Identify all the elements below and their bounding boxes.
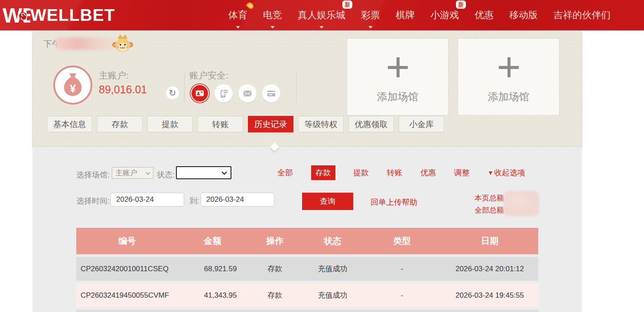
table-header-cell: 编号 bbox=[76, 235, 178, 247]
status-select[interactable] bbox=[176, 166, 231, 179]
time-select-label: 选择时间: bbox=[76, 196, 110, 206]
cell-type: - bbox=[363, 291, 441, 300]
refresh-balance-button[interactable]: ↻ bbox=[166, 86, 179, 99]
bank-card-icon[interactable] bbox=[262, 84, 280, 102]
history-table: 编号 金额 操作 状态 类型 日期 CP26032420010011CSEQ bbox=[76, 228, 538, 312]
cell-date: 2026-03-24 20:01:12 bbox=[441, 265, 538, 273]
chevron-down-icon bbox=[146, 172, 150, 175]
table-header-cell: 日期 bbox=[441, 235, 538, 247]
cell-transaction-id: CP26032419450055CVMF bbox=[76, 291, 178, 300]
account-security-label: 账户安全: bbox=[189, 69, 228, 82]
nav-menu-label: 吉祥的伙伴们 bbox=[553, 10, 611, 20]
top-nav-bar: WB WELLBET 体育 电竞 bbox=[0, 0, 644, 30]
money-bag-icon: ¥ bbox=[60, 72, 85, 99]
nav-menu-item[interactable]: 棋牌 bbox=[396, 9, 415, 22]
table-row: CP26032419450055CVMF 41,343.95 存款 充值成功 -… bbox=[76, 283, 538, 307]
redacted-username bbox=[55, 37, 118, 50]
chevron-down-icon bbox=[368, 26, 373, 29]
table-header-cell: 类型 bbox=[363, 235, 441, 247]
account-tab[interactable]: 提款 bbox=[147, 116, 193, 132]
table-header-row: 编号 金额 操作 状态 类型 日期 bbox=[76, 228, 538, 254]
cell-date: 2026-03-24 19:45:55 bbox=[441, 291, 538, 300]
nav-menu-label: 棋牌 bbox=[396, 10, 415, 20]
wb-logo-icon: WB bbox=[3, 3, 30, 27]
monkey-avatar bbox=[112, 33, 133, 53]
account-tab[interactable]: 存款 bbox=[97, 116, 143, 132]
add-venue-card[interactable]: 添加场馆 bbox=[458, 38, 559, 115]
account-tab[interactable]: 小金库 bbox=[399, 116, 444, 132]
date-to-input[interactable] bbox=[201, 193, 274, 207]
transaction-type-filters: 全部 存款 提款 转账 优惠 调整 ▼ 收起选项 bbox=[277, 166, 525, 180]
logo-text: WELLBET bbox=[30, 3, 115, 27]
security-icons-row: SMS bbox=[191, 84, 280, 102]
vertical-divider bbox=[184, 72, 185, 103]
venue-select[interactable]: 主账户 bbox=[112, 167, 153, 179]
chevron-down-icon bbox=[270, 26, 275, 29]
plus-icon bbox=[499, 57, 519, 77]
nav-menu-item[interactable]: 电竞 bbox=[263, 9, 282, 22]
type-filter-link[interactable]: 转账 bbox=[387, 167, 403, 178]
history-section: 选择场馆: 主账户 状态: 全部 存款 提款 转账 优惠 bbox=[33, 147, 582, 312]
wellbet-account-page: WB WELLBET 体育 电竞 bbox=[0, 0, 644, 312]
cell-type: - bbox=[363, 265, 441, 273]
id-card-icon[interactable] bbox=[191, 84, 209, 102]
cell-transaction-id: CP26032420010011CSEQ bbox=[76, 265, 178, 273]
collapse-options-link[interactable]: ▼ 收起选项 bbox=[488, 167, 525, 178]
nav-menu-label: 移动版 bbox=[509, 10, 538, 20]
all-total-label: 全部总额: bbox=[475, 205, 506, 215]
account-tab[interactable]: 基本信息 bbox=[47, 116, 92, 132]
date-from-input[interactable] bbox=[111, 193, 184, 207]
type-filter-link[interactable]: 存款 bbox=[311, 165, 335, 180]
to-label: 到: bbox=[189, 196, 199, 206]
nav-menu-item[interactable]: 吉祥的伙伴们 bbox=[553, 9, 611, 22]
table-row-partial bbox=[76, 310, 538, 312]
cell-amount: 68,921.59 bbox=[178, 265, 247, 273]
type-filter-link[interactable]: 调整 bbox=[454, 167, 470, 178]
account-tab[interactable]: 等级特权 bbox=[298, 116, 344, 132]
status-select-label: 状态: bbox=[157, 170, 175, 180]
query-button[interactable]: 查询 bbox=[302, 193, 353, 210]
receipt-upload-help-link[interactable]: 回单上传帮助 bbox=[371, 197, 417, 207]
account-tab[interactable]: 转账 bbox=[198, 116, 243, 132]
nav-menu-item[interactable]: 彩票 bbox=[361, 9, 380, 22]
cell-operation: 存款 bbox=[247, 264, 302, 274]
sms-phone-icon[interactable]: SMS bbox=[215, 84, 233, 102]
svg-text:SMS: SMS bbox=[223, 90, 228, 93]
nav-menu-item[interactable]: 优惠 bbox=[475, 9, 494, 22]
wellbet-logo[interactable]: WB WELLBET bbox=[3, 3, 115, 27]
account-tab[interactable]: 历史记录 bbox=[248, 116, 293, 132]
nav-menu-label: 优惠 bbox=[475, 10, 494, 20]
cell-status: 充值成功 bbox=[302, 264, 363, 274]
table-header-cell: 状态 bbox=[302, 235, 363, 247]
nav-menu-label: 电竞 bbox=[263, 10, 282, 20]
email-icon[interactable] bbox=[238, 84, 257, 102]
nav-menu-item[interactable]: 体育 bbox=[228, 9, 247, 22]
type-filter-link[interactable]: 优惠 bbox=[420, 167, 436, 178]
chevron-down-icon bbox=[221, 171, 227, 175]
table-body: CP26032420010011CSEQ 68,921.59 存款 充值成功 -… bbox=[76, 257, 538, 312]
nav-menu-label: 彩票 bbox=[361, 10, 380, 20]
vertical-divider bbox=[296, 72, 296, 103]
type-filter-link[interactable]: 提款 bbox=[353, 167, 369, 178]
type-filter-link[interactable]: 全部 bbox=[277, 167, 293, 178]
page-total-label: 本页总额: bbox=[475, 193, 506, 203]
nav-menu-label: 小游戏 bbox=[430, 10, 459, 20]
fire-icon bbox=[246, 1, 255, 10]
nav-menu-item[interactable]: 新 小游戏 bbox=[430, 9, 459, 22]
new-badge: 新 bbox=[342, 0, 352, 9]
nav-menu-item[interactable]: 移动版 bbox=[509, 9, 538, 22]
nav-menu-item[interactable]: 新 真人娱乐城 bbox=[298, 9, 345, 22]
venue-select-value: 主账户 bbox=[115, 168, 137, 178]
table-row: CP26032420010011CSEQ 68,921.59 存款 充值成功 -… bbox=[76, 257, 538, 281]
add-venue-card[interactable]: 添加场馆 bbox=[347, 38, 449, 115]
account-tab[interactable]: 优惠领取 bbox=[348, 116, 394, 132]
add-venue-label: 添加场馆 bbox=[347, 90, 448, 104]
cell-amount: 41,343.95 bbox=[178, 291, 247, 300]
account-panel: 下午好 ¥ 主账户: 89,016.01 ↻ 账户安全: bbox=[33, 31, 582, 147]
collapse-options-label: 收起选项 bbox=[494, 167, 525, 178]
wallet-icon: ¥ bbox=[53, 66, 92, 105]
triangle-down-icon: ▼ bbox=[488, 169, 494, 176]
table-header-cell: 操作 bbox=[247, 235, 302, 247]
main-account-label: 主账户: bbox=[99, 69, 129, 82]
nav-menu-label: 真人娱乐城 bbox=[298, 10, 345, 20]
